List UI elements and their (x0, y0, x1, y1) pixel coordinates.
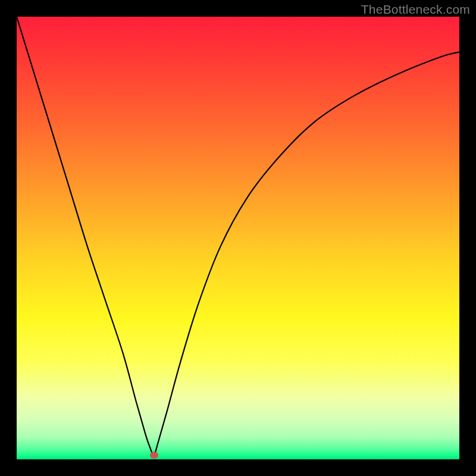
bottleneck-curve (17, 17, 459, 455)
chart-frame: TheBottleneck.com (0, 0, 476, 476)
minimum-marker (150, 452, 158, 459)
curve-svg (17, 17, 459, 459)
plot-area (17, 17, 459, 459)
watermark-text: TheBottleneck.com (361, 2, 470, 17)
